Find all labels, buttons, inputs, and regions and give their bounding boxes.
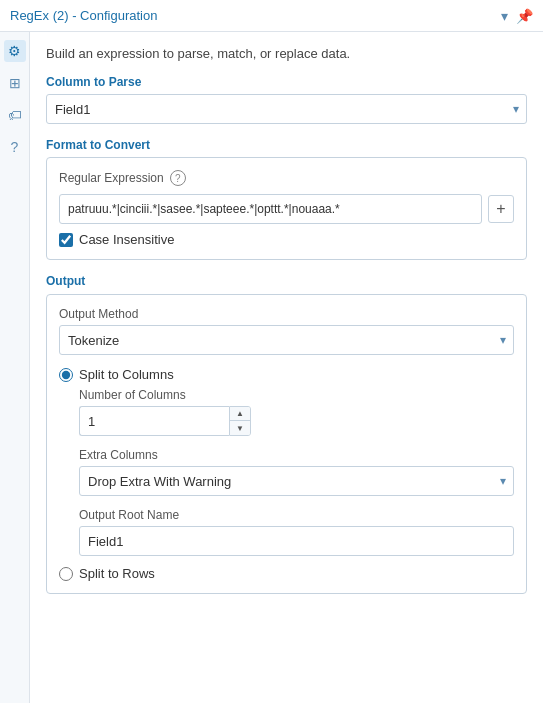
- window: RegEx (2) - Configuration ▾ 📌 ⚙ ⊞ 🏷 ? Bu…: [0, 0, 543, 703]
- num-columns-row: ▲ ▼: [79, 406, 514, 436]
- output-method-label: Output Method: [59, 307, 514, 321]
- column-to-parse-select[interactable]: Field1: [46, 94, 527, 124]
- pin-icon[interactable]: 📌: [516, 8, 533, 24]
- output-label: Output: [46, 274, 527, 288]
- sidebar-icon-help[interactable]: ?: [4, 136, 26, 158]
- num-columns-section: Number of Columns ▲ ▼ Extra Columns: [79, 388, 514, 556]
- description-text: Build an expression to parse, match, or …: [46, 46, 527, 61]
- output-inner: Output Method Tokenize ▾ Split to Column…: [46, 294, 527, 594]
- format-to-convert-label: Format to Convert: [46, 138, 527, 152]
- spinner-up-button[interactable]: ▲: [230, 407, 250, 421]
- case-insensitive-checkbox[interactable]: [59, 233, 73, 247]
- split-to-rows-radio[interactable]: [59, 567, 73, 581]
- content-area: Build an expression to parse, match, or …: [30, 32, 543, 703]
- regex-header: Regular Expression ?: [59, 170, 514, 186]
- split-to-columns-radio[interactable]: [59, 368, 73, 382]
- titlebar-icons: ▾ 📌: [501, 8, 533, 24]
- main-layout: ⚙ ⊞ 🏷 ? Build an expression to parse, ma…: [0, 32, 543, 703]
- regex-input-row: +: [59, 194, 514, 224]
- titlebar: RegEx (2) - Configuration ▾ 📌: [0, 0, 543, 32]
- output-root-name-input[interactable]: [79, 526, 514, 556]
- sidebar-icon-settings[interactable]: ⚙: [4, 40, 26, 62]
- regex-label: Regular Expression: [59, 171, 164, 185]
- spinner-down-button[interactable]: ▼: [230, 421, 250, 435]
- collapse-icon[interactable]: ▾: [501, 8, 508, 24]
- regex-input[interactable]: [59, 194, 482, 224]
- regex-add-button[interactable]: +: [488, 195, 514, 223]
- sidebar-icon-tag[interactable]: 🏷: [4, 104, 26, 126]
- output-method-select[interactable]: Tokenize: [59, 325, 514, 355]
- column-to-parse-wrapper: Field1 ▾: [46, 94, 527, 124]
- window-title: RegEx (2) - Configuration: [10, 8, 157, 23]
- regex-help-icon[interactable]: ?: [170, 170, 186, 186]
- extra-columns-select[interactable]: Drop Extra With Warning: [79, 466, 514, 496]
- split-to-columns-label: Split to Columns: [79, 367, 174, 382]
- column-to-parse-label: Column to Parse: [46, 75, 527, 89]
- case-insensitive-row: Case Insensitive: [59, 232, 514, 247]
- num-columns-input[interactable]: [79, 406, 229, 436]
- sidebar-icon-grid[interactable]: ⊞: [4, 72, 26, 94]
- output-section: Output Output Method Tokenize ▾ Split to…: [46, 274, 527, 594]
- sidebar: ⚙ ⊞ 🏷 ?: [0, 32, 30, 703]
- num-columns-label: Number of Columns: [79, 388, 514, 402]
- extra-columns-label: Extra Columns: [79, 448, 514, 462]
- spinner-buttons: ▲ ▼: [229, 406, 251, 436]
- split-to-rows-label: Split to Rows: [79, 566, 155, 581]
- case-insensitive-label: Case Insensitive: [79, 232, 174, 247]
- output-method-wrapper: Tokenize ▾: [59, 325, 514, 355]
- extra-columns-wrapper: Drop Extra With Warning ▾: [79, 466, 514, 496]
- split-to-rows-row: Split to Rows: [59, 566, 514, 581]
- format-to-convert-box: Regular Expression ? + Case Insensitive: [46, 157, 527, 260]
- split-to-columns-row: Split to Columns: [59, 367, 514, 382]
- output-root-name-label: Output Root Name: [79, 508, 514, 522]
